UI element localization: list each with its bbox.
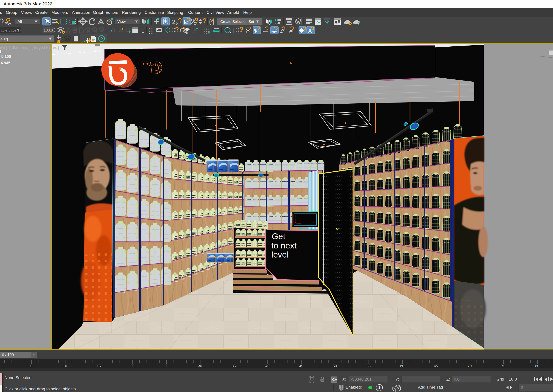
- svg-text:?: ?: [100, 36, 103, 41]
- svg-text:4 945: 4 945: [1, 61, 10, 65]
- svg-text:l: l: [0, 50, 1, 54]
- svg-text:level: level: [271, 250, 289, 259]
- svg-text:able Layers): able Layers): [0, 28, 21, 32]
- svg-text:X: X: [308, 28, 312, 34]
- svg-text:Create Selection Set: Create Selection Set: [220, 20, 254, 24]
- svg-text:ive ] [ Standard ] [ Edged F: ive ] [ Standard ] [ Edged Faces ]: [0, 45, 59, 50]
- svg-text:5: 5: [176, 21, 177, 26]
- svg-text:ault): ault): [0, 37, 8, 41]
- svg-text:View: View: [117, 19, 126, 24]
- svg-text:100,0: 100,0: [44, 28, 53, 32]
- svg-text:All: All: [17, 19, 22, 24]
- svg-text:Get: Get: [272, 232, 285, 241]
- svg-text:2: 2: [172, 18, 175, 25]
- svg-text:5 100: 5 100: [1, 54, 11, 59]
- svg-text:{: {: [209, 18, 211, 25]
- svg-text:to next: to next: [271, 241, 297, 250]
- svg-text:A: A: [208, 30, 210, 34]
